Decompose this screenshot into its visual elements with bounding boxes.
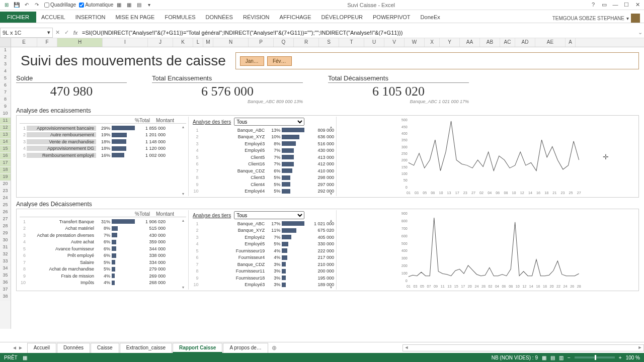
col-header[interactable]: N — [213, 38, 249, 47]
user-account[interactable]: TEMGOUA SOBZE STEPHANE▾ — [552, 14, 644, 23]
col-header[interactable]: Y — [440, 38, 460, 47]
row-header[interactable]: 30 — [0, 237, 11, 244]
row-header[interactable]: 3 — [0, 61, 11, 68]
row-header[interactable]: 35 — [0, 273, 11, 280]
zoom-slider[interactable] — [575, 356, 615, 358]
minimize-icon[interactable]: — — [611, 2, 620, 8]
col-header[interactable]: P — [249, 38, 274, 47]
name-box[interactable]: 9L x 1C▾ — [0, 28, 53, 38]
qat-icon-1[interactable]: ▦ — [114, 1, 123, 9]
col-header[interactable]: AD — [515, 38, 535, 47]
col-header[interactable]: X — [425, 38, 440, 47]
row-header[interactable]: 9 — [0, 104, 11, 111]
row-header[interactable]: 37 — [0, 287, 11, 294]
sheet-tab[interactable]: A propos de… — [223, 343, 268, 353]
save-icon[interactable]: 💾 — [12, 1, 21, 9]
undo-icon[interactable]: ↶ — [22, 1, 31, 9]
col-header[interactable]: U — [364, 38, 384, 47]
col-header[interactable]: V — [384, 38, 405, 47]
sheet-next-icon[interactable]: ► — [18, 345, 23, 350]
row-header[interactable]: 15 — [0, 146, 11, 153]
formula-input[interactable] — [80, 30, 636, 36]
tab-doneex[interactable]: DoneEx — [416, 12, 445, 23]
tab-donnees[interactable]: DONNÉES — [201, 12, 238, 23]
col-header[interactable]: H — [57, 38, 103, 47]
qat-more-icon[interactable]: ▾ — [144, 1, 153, 9]
row-header[interactable]: 34 — [0, 265, 11, 273]
row-header[interactable]: 4 — [0, 68, 11, 75]
row-header[interactable]: 33 — [0, 258, 11, 265]
scroll-v[interactable]: ▴▾ — [182, 125, 188, 196]
col-header[interactable]: S — [319, 38, 339, 47]
col-header[interactable]: AC — [500, 38, 515, 47]
row-header[interactable]: 5 — [0, 75, 11, 82]
sheet-tab[interactable]: Extraction_caisse — [120, 343, 172, 353]
col-header[interactable]: Q — [274, 38, 294, 47]
col-header[interactable]: K — [173, 38, 193, 47]
zoom-in-icon[interactable]: + — [619, 355, 622, 360]
row-header[interactable]: 32 — [0, 251, 11, 258]
quadrillage-checkbox[interactable]: Quadrillage — [44, 2, 76, 8]
col-header[interactable]: F — [37, 38, 57, 47]
row-header[interactable]: 8 — [0, 97, 11, 104]
fx-icon[interactable]: fx — [71, 30, 80, 36]
col-header[interactable]: T — [339, 38, 364, 47]
help-icon[interactable]: ? — [589, 2, 598, 8]
row-header[interactable]: 31 — [0, 244, 11, 251]
tab-accueil[interactable]: ACCUEIL — [36, 12, 70, 23]
cancel-icon[interactable]: ✕ — [53, 29, 62, 36]
row-header[interactable]: 24 — [0, 195, 11, 202]
col-header[interactable]: AA — [460, 38, 480, 47]
sheet-tab[interactable]: Rapport Caisse — [173, 343, 222, 353]
tab-affichage[interactable]: AFFICHAGE — [275, 12, 316, 23]
row-header[interactable]: 20 — [0, 181, 11, 188]
tab-developpeur[interactable]: DÉVELOPPEUR — [316, 12, 368, 23]
scroll-v[interactable]: ▴▾ — [330, 125, 336, 196]
row-header[interactable]: 27 — [0, 216, 11, 223]
tab-revision[interactable]: RÉVISION — [238, 12, 275, 23]
col-header[interactable]: AE — [535, 38, 566, 47]
row-header[interactable]: 2 — [0, 54, 11, 61]
qat-icon-2[interactable]: ▦ — [124, 1, 133, 9]
col-header[interactable]: AB — [480, 38, 500, 47]
col-header[interactable]: A — [566, 38, 576, 47]
view-normal-icon[interactable]: ▦ — [542, 355, 546, 360]
automatique-checkbox[interactable]: Automatique — [79, 2, 113, 8]
row-header[interactable]: 36 — [0, 280, 11, 287]
enter-icon[interactable]: ✓ — [62, 29, 71, 36]
row-header[interactable]: 25 — [0, 202, 11, 209]
row-header[interactable]: 19 — [0, 174, 11, 181]
view-pagebreak-icon[interactable]: ▥ — [559, 355, 564, 360]
tab-powerpivot[interactable]: POWERPIVOT — [368, 12, 416, 23]
worksheet[interactable]: Suivi des mouvements de caisse Jan… Fév…… — [11, 47, 644, 329]
tab-insertion[interactable]: INSERTION — [70, 12, 111, 23]
sheet-prev-icon[interactable]: ◄ — [12, 345, 17, 350]
col-header[interactable]: I — [103, 38, 148, 47]
tab-formules[interactable]: FORMULES — [159, 12, 200, 23]
sheet-tab[interactable]: Caisse — [91, 343, 119, 353]
scroll-v[interactable]: ▴▾ — [182, 218, 188, 290]
row-header[interactable]: 10 — [0, 111, 11, 118]
row-header[interactable]: 17 — [0, 160, 11, 167]
col-header[interactable]: R — [294, 38, 319, 47]
row-header[interactable]: 38 — [0, 294, 11, 301]
month-fev-button[interactable]: Fév… — [267, 56, 292, 66]
tier-filter-select[interactable]: Tous — [234, 211, 304, 219]
col-header[interactable]: J — [148, 38, 173, 47]
col-header[interactable]: E — [11, 38, 37, 47]
tier-filter-select[interactable]: Tous — [234, 118, 304, 126]
row-header[interactable]: 11 — [0, 118, 11, 125]
maximize-icon[interactable]: ☐ — [622, 2, 631, 8]
row-header[interactable]: 26 — [0, 209, 11, 216]
ribbon-options-icon[interactable]: ▭ — [600, 2, 609, 8]
month-jan-button[interactable]: Jan… — [240, 56, 264, 66]
tab-miseenpage[interactable]: MISE EN PAGE — [110, 12, 159, 23]
row-header[interactable]: 1 — [0, 47, 11, 54]
col-header[interactable]: L — [193, 38, 203, 47]
expand-formula-icon[interactable]: ⌄ — [636, 29, 644, 36]
row-header[interactable]: 16 — [0, 153, 11, 160]
sheet-tab[interactable]: Données — [57, 343, 90, 353]
row-header[interactable]: 28 — [0, 223, 11, 230]
tab-file[interactable]: FICHIER — [0, 12, 36, 23]
qat-icon-3[interactable]: ▤ — [134, 1, 143, 9]
